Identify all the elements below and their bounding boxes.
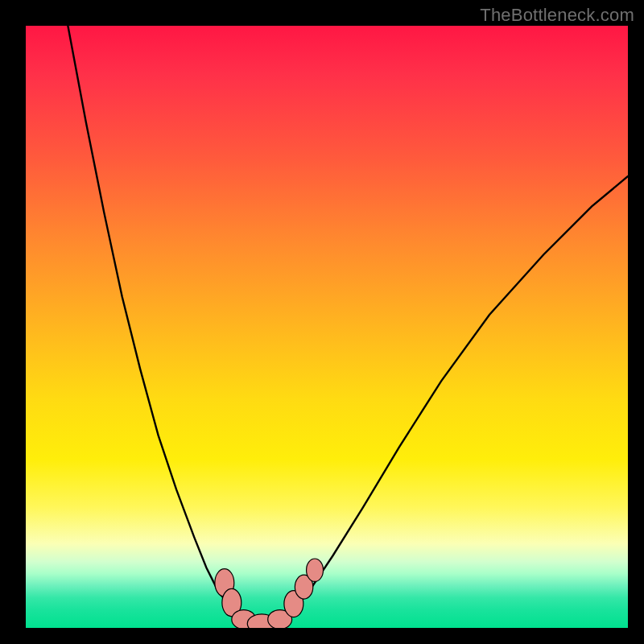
curve-left	[68, 26, 248, 622]
plot-area	[26, 26, 628, 628]
series-left-curve	[68, 26, 248, 622]
chart-svg	[26, 26, 628, 628]
watermark-text: TheBottleneck.com	[480, 5, 634, 26]
curve-right	[279, 176, 628, 622]
series-right-curve	[279, 176, 628, 622]
chart-stage: TheBottleneck.com	[0, 0, 644, 644]
marker-7	[307, 559, 324, 581]
markers	[215, 559, 324, 628]
